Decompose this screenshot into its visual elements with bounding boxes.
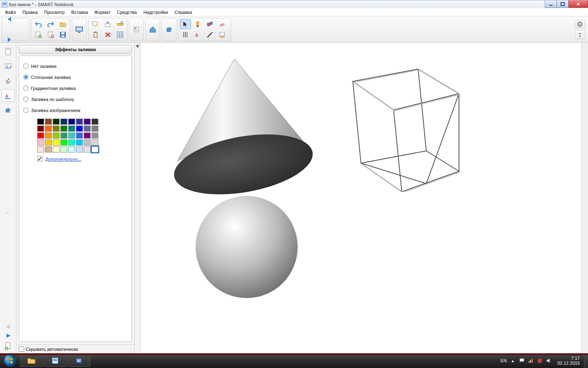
vertical-ruler[interactable] xyxy=(135,43,140,353)
color-swatch[interactable] xyxy=(37,126,44,132)
canvas[interactable] xyxy=(140,43,581,353)
color-swatch[interactable] xyxy=(60,132,67,139)
color-swatch[interactable] xyxy=(37,119,44,125)
collapse-handle-icon[interactable]: ↔ xyxy=(5,210,10,215)
text-tool[interactable]: A xyxy=(192,30,203,40)
color-swatch[interactable] xyxy=(53,132,60,139)
cube-shape[interactable] xyxy=(336,57,467,192)
add-page-icon[interactable] xyxy=(4,342,12,351)
color-swatch[interactable] xyxy=(91,132,98,139)
color-swatch[interactable] xyxy=(91,119,98,125)
close-button[interactable] xyxy=(568,0,588,8)
color-swatch[interactable] xyxy=(37,132,44,139)
ruler-button[interactable] xyxy=(114,19,126,29)
color-swatch[interactable] xyxy=(45,146,52,153)
expand-vertical-button[interactable] xyxy=(575,30,585,39)
color-swatch[interactable] xyxy=(91,146,98,153)
new-page-button[interactable] xyxy=(33,30,44,40)
shape-tool[interactable] xyxy=(204,19,216,29)
color-swatch[interactable] xyxy=(91,126,98,132)
tab-addons[interactable] xyxy=(2,104,15,117)
settings-gear-button[interactable] xyxy=(575,20,585,29)
open-button[interactable] xyxy=(57,19,69,29)
color-swatch[interactable] xyxy=(53,139,60,146)
color-swatch[interactable] xyxy=(53,126,60,132)
tab-attachments[interactable] xyxy=(2,74,15,88)
color-swatch[interactable] xyxy=(68,139,75,146)
tray-up-icon[interactable]: ▴ xyxy=(510,358,516,364)
addons-house-button[interactable] xyxy=(147,20,158,39)
volume-icon[interactable] xyxy=(546,358,552,364)
color-swatch[interactable] xyxy=(84,132,91,139)
fill-tool[interactable] xyxy=(216,30,228,40)
delete-button[interactable] xyxy=(102,30,114,40)
pens-tool[interactable] xyxy=(180,30,191,40)
menu-help[interactable]: Справка xyxy=(172,9,196,16)
fill-none-option[interactable]: Нет заливки xyxy=(23,63,127,69)
color-swatch[interactable] xyxy=(45,132,52,139)
color-swatch[interactable] xyxy=(53,119,60,125)
tab-properties[interactable]: A xyxy=(2,89,15,102)
color-swatch[interactable] xyxy=(91,139,98,146)
color-swatch[interactable] xyxy=(68,146,75,153)
color-swatch[interactable] xyxy=(84,126,91,132)
tab-gallery[interactable] xyxy=(2,60,15,73)
delete-page-button[interactable] xyxy=(45,30,56,40)
menu-addons[interactable]: Надстройки xyxy=(140,9,171,16)
prev-page-arrow-icon[interactable] xyxy=(4,324,12,330)
menu-tools[interactable]: Средства xyxy=(114,9,140,16)
next-page-arrow-icon[interactable] xyxy=(4,333,12,339)
lang-indicator[interactable]: EN xyxy=(501,358,507,363)
task-explorer[interactable] xyxy=(20,355,43,367)
menu-edit[interactable]: Правка xyxy=(19,9,41,16)
shield-icon[interactable] xyxy=(537,358,543,364)
color-swatch[interactable] xyxy=(68,126,75,132)
color-swatch[interactable] xyxy=(68,119,75,125)
color-swatch[interactable] xyxy=(45,139,52,146)
color-swatch[interactable] xyxy=(45,119,52,125)
color-swatch[interactable] xyxy=(37,139,44,146)
fill-solid-option[interactable]: Сплошная заливка xyxy=(23,74,127,80)
cone-shape[interactable] xyxy=(165,55,316,198)
save-button[interactable] xyxy=(57,30,69,40)
capture-button[interactable] xyxy=(90,19,101,29)
flag-icon[interactable] xyxy=(519,358,525,364)
paste-button[interactable] xyxy=(90,30,101,40)
pen-tool[interactable] xyxy=(192,19,203,29)
color-swatch[interactable] xyxy=(68,132,75,139)
color-swatch[interactable] xyxy=(76,146,83,153)
color-swatch[interactable] xyxy=(60,119,67,125)
table-button[interactable] xyxy=(114,30,126,40)
properties-button[interactable] xyxy=(131,20,142,39)
tab-page-sorter[interactable] xyxy=(2,45,15,58)
task-smart-notebook[interactable] xyxy=(44,355,67,367)
doc-camera-button[interactable] xyxy=(102,19,114,29)
redo-button[interactable] xyxy=(45,19,56,29)
color-swatch[interactable] xyxy=(84,146,91,153)
auto-hide-checkbox[interactable] xyxy=(19,346,24,352)
fill-gradient-option[interactable]: Градиентная заливка xyxy=(23,85,127,91)
show-desktop-button[interactable] xyxy=(584,353,588,368)
fill-pattern-option[interactable]: Заливка по шаблону xyxy=(23,96,127,102)
color-swatch[interactable] xyxy=(60,146,67,153)
color-swatch[interactable] xyxy=(60,126,67,132)
fill-image-option[interactable]: Заливка изображением xyxy=(23,108,127,113)
menu-view[interactable]: Просмотр xyxy=(41,9,68,16)
color-swatch[interactable] xyxy=(76,119,83,125)
menu-insert[interactable]: Вставка xyxy=(68,9,91,16)
color-swatch[interactable] xyxy=(37,146,44,153)
minimize-button[interactable] xyxy=(545,0,557,8)
back-button[interactable] xyxy=(3,9,16,29)
vertical-scrollbar[interactable] xyxy=(581,43,588,353)
line-tool[interactable] xyxy=(204,30,216,40)
start-button[interactable] xyxy=(0,353,20,368)
color-swatch[interactable] xyxy=(84,139,91,146)
colorpicker-icon[interactable] xyxy=(37,156,43,162)
menu-format[interactable]: Формат xyxy=(91,9,114,16)
screen-share-button[interactable] xyxy=(74,20,85,39)
color-swatch[interactable] xyxy=(76,126,83,132)
color-swatch[interactable] xyxy=(45,126,52,132)
network-icon[interactable] xyxy=(528,358,534,364)
task-word[interactable]: W xyxy=(67,355,90,367)
maximize-button[interactable] xyxy=(557,0,569,8)
